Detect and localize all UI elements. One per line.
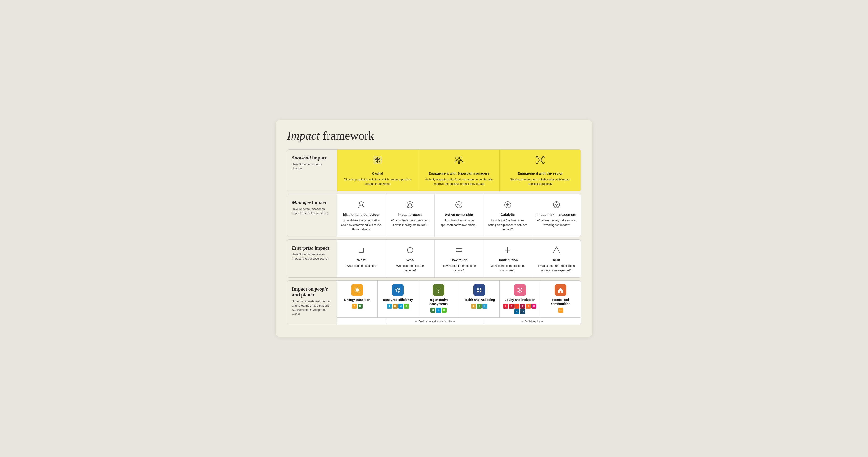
sdg-15b: 15 (442, 308, 447, 313)
risk-cell: Risk What is the risk impact does not oc… (532, 240, 581, 278)
what-icon (356, 244, 367, 256)
how-much-cell: How much How much of the outcome occurs? (435, 240, 484, 278)
sdg-9: 9 (526, 304, 531, 308)
homes-communities-icon (555, 284, 566, 296)
regen-sdgs: 13 14 15 (430, 308, 447, 313)
svg-line-46 (355, 292, 355, 292)
svg-point-50 (477, 291, 479, 292)
svg-point-57 (519, 288, 520, 289)
svg-point-30 (556, 206, 557, 206)
equity-inclusion-title: Equity and inclusion (504, 298, 535, 302)
svg-point-7 (456, 157, 458, 160)
resource-efficiency-icon (392, 284, 404, 296)
sustainability-bar: ← Environmental sustainability → ← Socia… (337, 317, 581, 325)
engagement-managers-title: Engagement with Snowball managers (428, 171, 489, 176)
svg-point-56 (521, 291, 522, 292)
svg-point-58 (519, 292, 520, 293)
risk-icon (551, 244, 562, 256)
energy-transition-cell: Energy transition 7 13 (337, 281, 378, 317)
energy-sdgs: 7 13 (352, 304, 363, 308)
enterprise-row: Enterprise impact How Snowball assesses … (287, 239, 581, 278)
what-desc: What outcomes occur? (346, 264, 376, 268)
equity-inclusion-cell: Equity and inclusion 1 4 5 8 9 10 16 17 (500, 281, 540, 317)
capital-icon (372, 155, 383, 169)
capital-title: Capital (372, 171, 383, 176)
sdg-16: 16 (515, 309, 520, 314)
svg-rect-3 (375, 161, 377, 162)
snowball-content: Capital Directing capital to solutions w… (337, 150, 581, 191)
engagement-sector-cell: Engagement with the sector Sharing learn… (500, 150, 581, 191)
sdg-7: 7 (352, 304, 357, 308)
how-much-desc: How much of the outcome occurs? (439, 264, 479, 272)
svg-point-21 (360, 201, 363, 205)
svg-point-23 (408, 203, 412, 206)
impact-planet-sub: Snowball investment themes and relevant … (292, 299, 332, 317)
svg-line-43 (355, 288, 355, 289)
sdg-15: 15 (404, 304, 409, 308)
sdg-6: 6 (387, 304, 392, 308)
impact-planet-row: Impact on people and planet Snowball inv… (287, 280, 581, 325)
impact-planet-content: Energy transition 7 13 Resource efficien… (337, 281, 581, 325)
regen-ecosystems-icon (433, 284, 444, 296)
mission-desc: What drives the organisation and how det… (341, 218, 381, 232)
impact-risk-cell: Impact risk management What are the key … (532, 194, 581, 236)
svg-rect-31 (359, 248, 364, 252)
sdg-8: 8 (520, 304, 525, 308)
snowball-title: Snowball impact (292, 155, 332, 161)
contribution-desc: What is the contribution to outcomes? (487, 264, 528, 272)
manager-title: Manager impact (292, 200, 332, 205)
impact-process-icon (405, 199, 415, 210)
sdg-13b: 13 (430, 308, 435, 313)
snowball-label: Snowball impact How Snowball creates cha… (287, 150, 337, 191)
sdg-5: 5 (515, 304, 520, 308)
catalytic-icon (502, 199, 513, 210)
who-cell: Who Who experiences the outcome? (386, 240, 435, 278)
what-cell: What What outcomes occur? (337, 240, 386, 278)
svg-point-51 (480, 291, 482, 292)
svg-line-45 (359, 288, 360, 289)
impact-process-title: Impact process (398, 213, 423, 217)
sdg-13: 13 (358, 304, 363, 308)
manager-sub: How Snowball assesses impact (the bullse… (292, 207, 332, 216)
sdg-3: 3 (477, 304, 482, 308)
health-wellbeing-cell: Health and wellbeing 2 3 6 (459, 281, 500, 317)
how-much-icon (454, 244, 464, 256)
engagement-managers-cell: Engagement with Snowball managers Active… (418, 150, 500, 191)
svg-point-15 (536, 162, 538, 164)
who-title: Who (406, 258, 414, 262)
engagement-sector-title: Engagement with the sector (518, 171, 563, 176)
social-label: ← Social equity → (521, 320, 544, 323)
impact-process-cell: Impact process What is the impact thesis… (386, 194, 435, 236)
snowball-row: Snowball impact How Snowball creates cha… (287, 149, 581, 191)
main-card: Impact framework Snowball impact How Sno… (276, 120, 592, 337)
engagement-managers-icon (454, 155, 464, 169)
sdg-11: 11 (558, 308, 563, 313)
svg-line-17 (538, 158, 539, 159)
svg-point-22 (407, 201, 413, 208)
sdg-4: 4 (509, 304, 514, 308)
page-title: Impact framework (287, 129, 581, 142)
impact-planet-label: Impact on people and planet Snowball inv… (287, 281, 337, 325)
themes-row: Energy transition 7 13 Resource efficien… (337, 281, 581, 317)
catalytic-title: Catalytic (501, 213, 515, 217)
svg-point-13 (536, 156, 538, 158)
svg-line-44 (359, 292, 360, 292)
equity-sdgs: 1 4 5 8 9 10 16 17 (502, 304, 538, 314)
impact-risk-title: Impact risk management (537, 213, 577, 217)
energy-transition-icon (351, 284, 363, 296)
engagement-managers-desc: Actively engaging with fund managers to … (423, 177, 495, 186)
manager-label: Manager impact How Snowball assesses imp… (287, 194, 337, 236)
svg-rect-4 (378, 161, 379, 162)
svg-point-12 (539, 159, 541, 161)
health-wellbeing-title: Health and wellbeing (463, 298, 495, 302)
svg-point-16 (542, 162, 544, 164)
svg-point-8 (459, 157, 462, 160)
sdg-2: 2 (471, 304, 476, 308)
svg-point-32 (407, 248, 413, 253)
engagement-sector-desc: Sharing learning and collaboration with … (504, 177, 577, 186)
how-much-title: How much (450, 258, 467, 262)
engagement-sector-icon (535, 155, 546, 169)
health-sdgs: 2 3 6 (471, 304, 487, 308)
impact-risk-icon (551, 199, 562, 210)
contribution-title: Contribution (498, 258, 518, 262)
